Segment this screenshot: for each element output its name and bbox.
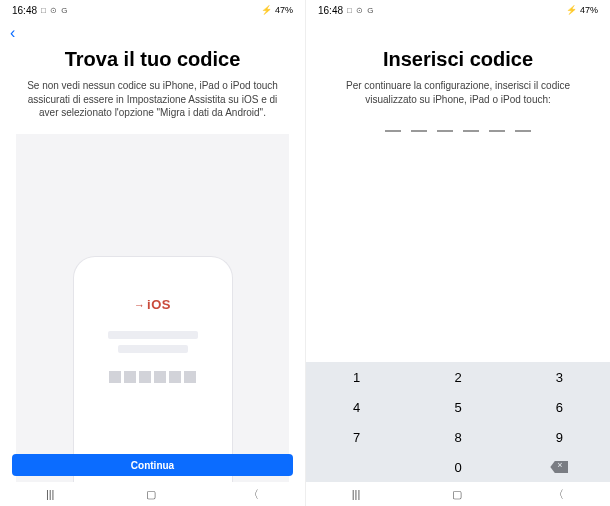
key-backspace[interactable] [509, 452, 610, 482]
numeric-keypad: 1 2 3 4 5 6 7 8 9 0 [306, 362, 610, 482]
code-slot [463, 130, 479, 132]
status-notif-icons: □ ⊙ G [347, 6, 375, 15]
backspace-icon [550, 461, 568, 473]
key-empty [306, 452, 407, 482]
key-1[interactable]: 1 [306, 362, 407, 392]
screen-enter-code: 16:48 □ ⊙ G ⚡ 47% Inserisci codice Per c… [305, 0, 610, 506]
continue-button[interactable]: Continua [12, 454, 293, 476]
screen-find-code: 16:48 □ ⊙ G ⚡ 47% ‹ Trova il tuo codice … [0, 0, 305, 506]
status-battery: ⚡ 47% [566, 5, 598, 15]
status-battery: ⚡ 47% [261, 5, 293, 15]
nav-recents-icon[interactable]: ||| [46, 488, 55, 500]
code-slot [515, 130, 531, 132]
status-notif-icons: □ ⊙ G [41, 6, 69, 15]
content-area: Trova il tuo codice Se non vedi nessun c… [0, 20, 305, 506]
key-8[interactable]: 8 [407, 422, 508, 452]
status-time: 16:48 [318, 5, 343, 16]
code-slot [437, 130, 453, 132]
key-9[interactable]: 9 [509, 422, 610, 452]
android-nav-bar: ||| ▢ 〈 [306, 482, 610, 506]
nav-home-icon[interactable]: ▢ [452, 488, 462, 501]
page-title: Inserisci codice [383, 48, 533, 71]
page-title: Trova il tuo codice [65, 48, 241, 71]
arrow-right-icon: → [134, 299, 145, 311]
back-button[interactable]: ‹ [10, 24, 15, 42]
key-3[interactable]: 3 [509, 362, 610, 392]
status-bar: 16:48 □ ⊙ G ⚡ 47% [0, 0, 305, 20]
placeholder-line [108, 331, 198, 339]
status-bar: 16:48 □ ⊙ G ⚡ 47% [306, 0, 610, 20]
status-time: 16:48 [12, 5, 37, 16]
ios-logo: →iOS [134, 295, 171, 313]
key-6[interactable]: 6 [509, 392, 610, 422]
illustration-area: →iOS [16, 134, 289, 507]
nav-back-icon[interactable]: 〈 [248, 487, 259, 502]
nav-home-icon[interactable]: ▢ [146, 488, 156, 501]
placeholder-line [118, 345, 188, 353]
key-2[interactable]: 2 [407, 362, 508, 392]
nav-recents-icon[interactable]: ||| [352, 488, 361, 500]
nav-back-icon[interactable]: 〈 [553, 487, 564, 502]
page-subtitle: Per continuare la configurazione, inseri… [322, 79, 594, 106]
key-7[interactable]: 7 [306, 422, 407, 452]
key-4[interactable]: 4 [306, 392, 407, 422]
placeholder-code-boxes [109, 371, 196, 383]
page-subtitle: Se non vedi nessun codice su iPhone, iPa… [16, 79, 289, 120]
code-slot [411, 130, 427, 132]
code-input-slots[interactable] [385, 130, 531, 132]
code-slot [489, 130, 505, 132]
key-5[interactable]: 5 [407, 392, 508, 422]
code-slot [385, 130, 401, 132]
android-nav-bar: ||| ▢ 〈 [0, 482, 305, 506]
key-0[interactable]: 0 [407, 452, 508, 482]
